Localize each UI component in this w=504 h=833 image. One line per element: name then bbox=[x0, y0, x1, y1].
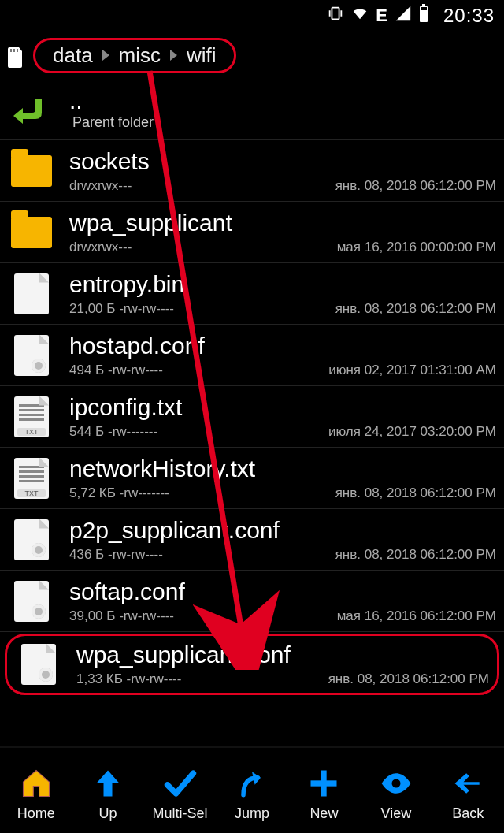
vibrate-icon bbox=[327, 5, 344, 27]
sdcard-icon[interactable] bbox=[6, 46, 25, 65]
breadcrumb-segment[interactable]: misc bbox=[114, 43, 165, 68]
file-name: p2p_supplicant.conf bbox=[69, 517, 496, 544]
folder-icon bbox=[8, 149, 55, 193]
file-row[interactable]: entropy.bin21,00 Б -rw-rw----янв. 08, 20… bbox=[0, 263, 504, 325]
config-file-icon bbox=[8, 579, 55, 623]
toolbar-label: Jump bbox=[235, 805, 269, 822]
file-date: янв. 08, 2018 06:12:00 PM bbox=[335, 301, 496, 317]
file-list[interactable]: .. Parent folder socketsdrwxrwx---янв. 0… bbox=[0, 79, 504, 746]
file-row[interactable]: wpa_supplicant.conf1,33 КБ -rw-rw----янв… bbox=[5, 634, 499, 695]
toolbar-check-button[interactable]: Multi-Sel bbox=[146, 764, 215, 822]
toolbar-home-button[interactable]: Home bbox=[2, 764, 71, 822]
file-row[interactable]: TXTipconfig.txt544 Б -rw-------июля 24, … bbox=[0, 386, 504, 448]
toolbar-plus-button[interactable]: New bbox=[289, 764, 358, 822]
toolbar-eye-button[interactable]: View bbox=[361, 764, 431, 822]
battery-icon bbox=[418, 4, 429, 28]
file-row[interactable]: wpa_supplicantdrwxrwx---мая 16, 2016 00:… bbox=[0, 202, 504, 263]
breadcrumb-row: data misc wifi bbox=[0, 32, 504, 79]
file-date: янв. 08, 2018 06:12:00 PM bbox=[335, 178, 496, 194]
file-permissions: 39,00 Б -rw-rw---- bbox=[69, 608, 174, 624]
file-permissions: drwxrwx--- bbox=[69, 240, 132, 255]
text-file-icon: TXT bbox=[8, 456, 55, 500]
file-meta: drwxrwx---мая 16, 2016 00:00:00 PM bbox=[69, 240, 496, 255]
file-row[interactable]: socketsdrwxrwx---янв. 08, 2018 06:12:00 … bbox=[0, 140, 504, 202]
home-icon bbox=[17, 764, 55, 802]
chevron-right-icon bbox=[102, 50, 109, 61]
toolbar-up-button[interactable]: Up bbox=[73, 764, 143, 822]
up-icon bbox=[89, 764, 127, 802]
file-permissions: drwxrwx--- bbox=[69, 178, 132, 194]
toolbar-back-button[interactable]: Back bbox=[433, 764, 502, 822]
svg-point-9 bbox=[391, 779, 400, 787]
file-texts: socketsdrwxrwx---янв. 08, 2018 06:12:00 … bbox=[55, 148, 496, 194]
file-meta: 5,72 КБ -rw-------янв. 08, 2018 06:12:00… bbox=[69, 485, 496, 501]
file-date: июня 02, 2017 01:31:00 AM bbox=[328, 363, 496, 378]
back-icon bbox=[449, 764, 487, 802]
file-date: янв. 08, 2018 06:12:00 PM bbox=[328, 671, 489, 687]
file-name: hostapd.conf bbox=[69, 333, 496, 359]
file-texts: p2p_supplicant.conf436 Б -rw-rw----янв. … bbox=[55, 517, 496, 563]
file-texts: networkHistory.txt5,72 КБ -rw-------янв.… bbox=[55, 456, 496, 501]
file-date: мая 16, 2016 06:12:00 PM bbox=[337, 608, 496, 624]
file-row[interactable]: softap.conf39,00 Б -rw-rw----мая 16, 201… bbox=[0, 571, 504, 632]
file-date: июля 24, 2017 03:20:00 PM bbox=[328, 424, 496, 440]
config-file-icon bbox=[8, 333, 55, 377]
file-row[interactable]: p2p_supplicant.conf436 Б -rw-rw----янв. … bbox=[0, 509, 504, 571]
svg-rect-0 bbox=[332, 8, 339, 20]
plus-icon bbox=[305, 764, 343, 802]
parent-folder-row[interactable]: .. Parent folder bbox=[0, 79, 504, 140]
file-meta: 494 Б -rw-rw----июня 02, 2017 01:31:00 A… bbox=[69, 363, 496, 378]
svg-rect-2 bbox=[422, 4, 425, 6]
file-meta: 436 Б -rw-rw----янв. 08, 2018 06:12:00 P… bbox=[69, 547, 496, 563]
breadcrumb[interactable]: data misc wifi bbox=[33, 38, 236, 73]
signal-icon bbox=[395, 5, 412, 27]
jump-icon bbox=[233, 764, 271, 802]
breadcrumb-segment[interactable]: wifi bbox=[182, 43, 221, 68]
file-meta: 544 Б -rw-------июля 24, 2017 03:20:00 P… bbox=[69, 424, 496, 440]
file-name: wpa_supplicant bbox=[69, 210, 496, 236]
file-texts: ipconfig.txt544 Б -rw-------июля 24, 201… bbox=[55, 394, 496, 440]
file-name: sockets bbox=[69, 148, 496, 175]
text-file-icon: TXT bbox=[8, 395, 55, 439]
svg-rect-5 bbox=[13, 49, 15, 52]
file-name: ipconfig.txt bbox=[69, 394, 496, 421]
file-row[interactable]: hostapd.conf494 Б -rw-rw----июня 02, 201… bbox=[0, 325, 504, 386]
file-name: networkHistory.txt bbox=[69, 456, 496, 482]
file-date: янв. 08, 2018 06:12:00 PM bbox=[335, 547, 496, 563]
toolbar-jump-button[interactable]: Jump bbox=[217, 764, 287, 822]
network-type-label: E bbox=[376, 6, 388, 26]
file-permissions: 5,72 КБ -rw------- bbox=[69, 485, 169, 501]
file-date: янв. 08, 2018 06:12:00 PM bbox=[335, 485, 496, 501]
eye-icon bbox=[377, 764, 415, 802]
bottom-toolbar: HomeUpMulti-SelJumpNewViewBack bbox=[0, 746, 504, 833]
file-permissions: 1,33 КБ -rw-rw---- bbox=[76, 671, 181, 687]
parent-label: Parent folder bbox=[72, 114, 496, 131]
status-bar: E 20:33 bbox=[0, 0, 504, 32]
check-icon bbox=[161, 764, 199, 802]
status-time: 20:33 bbox=[443, 5, 495, 27]
file-row[interactable]: TXTnetworkHistory.txt5,72 КБ -rw-------я… bbox=[0, 448, 504, 509]
file-texts: wpa_supplicant.conf1,33 КБ -rw-rw----янв… bbox=[62, 641, 489, 687]
file-meta: drwxrwx---янв. 08, 2018 06:12:00 PM bbox=[69, 178, 496, 194]
file-texts: hostapd.conf494 Б -rw-rw----июня 02, 201… bbox=[55, 333, 496, 378]
chevron-right-icon bbox=[170, 50, 177, 61]
svg-rect-8 bbox=[311, 780, 337, 786]
config-file-icon bbox=[15, 642, 62, 686]
toolbar-label: Up bbox=[99, 805, 117, 822]
toolbar-label: Home bbox=[17, 805, 55, 822]
file-name: wpa_supplicant.conf bbox=[76, 641, 489, 668]
file-meta: 21,00 Б -rw-rw----янв. 08, 2018 06:12:00… bbox=[69, 301, 496, 317]
file-icon bbox=[8, 272, 55, 316]
file-meta: 39,00 Б -rw-rw----мая 16, 2016 06:12:00 … bbox=[69, 608, 496, 624]
breadcrumb-segment[interactable]: data bbox=[48, 43, 98, 68]
config-file-icon bbox=[8, 518, 55, 562]
file-texts: wpa_supplicantdrwxrwx---мая 16, 2016 00:… bbox=[55, 210, 496, 255]
toolbar-label: New bbox=[309, 805, 338, 822]
file-texts: entropy.bin21,00 Б -rw-rw----янв. 08, 20… bbox=[55, 271, 496, 317]
file-permissions: 436 Б -rw-rw---- bbox=[69, 547, 163, 563]
toolbar-label: Back bbox=[452, 805, 484, 822]
file-permissions: 494 Б -rw-rw---- bbox=[69, 363, 163, 378]
parent-dots: .. bbox=[69, 87, 496, 114]
svg-rect-3 bbox=[421, 7, 427, 10]
folder-icon bbox=[8, 210, 55, 255]
